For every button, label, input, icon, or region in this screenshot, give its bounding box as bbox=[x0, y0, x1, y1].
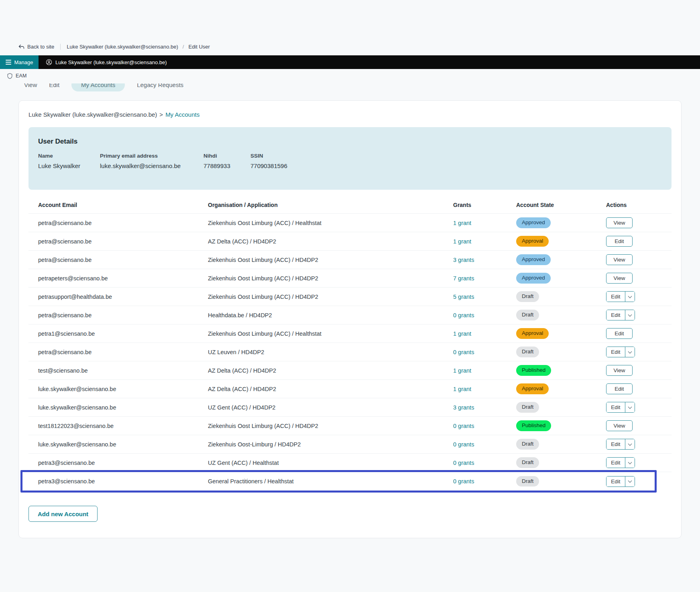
grants-link[interactable]: 0 grants bbox=[453, 478, 474, 485]
dropdown-caret-button[interactable] bbox=[625, 292, 635, 302]
account-state-badge: Published bbox=[516, 365, 551, 375]
table-row: luke.skywalker@sciensano.be Ziekenhuis O… bbox=[28, 435, 672, 454]
grants-link[interactable]: 1 grant bbox=[453, 220, 471, 226]
organisation-application-cell: UZ Gent (ACC) / HD4DP2 bbox=[208, 404, 453, 411]
tab-edit[interactable]: Edit bbox=[49, 83, 59, 88]
actions-cell: View bbox=[606, 217, 672, 228]
grants-link[interactable]: 1 grant bbox=[453, 367, 471, 374]
field-nihdi-value: 77889933 bbox=[203, 162, 250, 169]
grants-link[interactable]: 7 grants bbox=[453, 275, 474, 282]
grants-link[interactable]: 3 grants bbox=[453, 404, 474, 411]
app-name-link[interactable]: EAM bbox=[16, 73, 27, 79]
card-breadcrumb-separator: > bbox=[159, 111, 163, 118]
edit-split-button[interactable]: Edit bbox=[606, 310, 635, 320]
actions-cell: Edit bbox=[606, 347, 672, 357]
edit-button[interactable]: Edit bbox=[606, 236, 633, 247]
actions-cell: Edit bbox=[606, 291, 672, 302]
edit-split-button[interactable]: Edit bbox=[606, 439, 635, 450]
edit-button[interactable]: Edit bbox=[606, 476, 625, 487]
view-button[interactable]: View bbox=[606, 254, 633, 265]
tab-my-accounts[interactable]: My Accounts bbox=[71, 83, 125, 91]
chevron-down-icon bbox=[628, 460, 632, 464]
edit-button[interactable]: Edit bbox=[606, 292, 625, 302]
view-button[interactable]: View bbox=[606, 217, 633, 228]
table-row: test@sciensano.be AZ Delta (ACC) / HD4DP… bbox=[28, 361, 672, 380]
account-email-cell: luke.skywalker@sciensano.be bbox=[28, 404, 208, 411]
grants-link[interactable]: 0 grants bbox=[453, 460, 474, 466]
account-email-cell: petrapeters@sciensano.be bbox=[28, 275, 208, 282]
edit-button[interactable]: Edit bbox=[606, 310, 625, 320]
edit-button[interactable]: Edit bbox=[606, 383, 633, 394]
add-new-account-button[interactable]: Add new Account bbox=[28, 506, 98, 522]
header-account-state: Account State bbox=[516, 202, 606, 208]
chevron-down-icon bbox=[628, 349, 632, 353]
account-state-cell: Draft bbox=[516, 402, 606, 412]
edit-button[interactable]: Edit bbox=[606, 347, 625, 357]
edit-button[interactable]: Edit bbox=[606, 439, 625, 449]
grants-link[interactable]: 0 grants bbox=[453, 312, 474, 318]
edit-split-button[interactable]: Edit bbox=[606, 457, 635, 468]
tab-view[interactable]: View bbox=[24, 83, 37, 88]
edit-split-button[interactable]: Edit bbox=[606, 291, 635, 302]
view-button[interactable]: View bbox=[606, 420, 633, 431]
view-button[interactable]: View bbox=[606, 273, 633, 284]
account-state-cell: Approval bbox=[516, 236, 606, 246]
dropdown-caret-button[interactable] bbox=[625, 476, 635, 487]
back-to-site-link[interactable]: Back to site bbox=[18, 44, 54, 50]
account-state-badge: Published bbox=[516, 420, 551, 431]
actions-cell: Edit bbox=[606, 383, 672, 394]
account-email-cell: petra@sciensano.be bbox=[28, 349, 208, 355]
edit-button[interactable]: Edit bbox=[606, 402, 625, 412]
actions-cell: Edit bbox=[606, 439, 672, 450]
admin-user-menu[interactable]: Luke Skywalker (luke.skywalker@sciensano… bbox=[46, 55, 167, 69]
grants-link[interactable]: 1 grant bbox=[453, 330, 471, 337]
accounts-table: Account Email Organisation / Application… bbox=[28, 196, 672, 493]
header-account-email: Account Email bbox=[28, 202, 208, 208]
table-row: petrasupport@healthdata.be Ziekenhuis Oo… bbox=[28, 288, 672, 306]
return-arrow-icon bbox=[18, 44, 24, 49]
grants-link[interactable]: 0 grants bbox=[453, 441, 474, 448]
breadcrumb-user-link[interactable]: Luke Skywalker (luke.skywalker@sciensano… bbox=[67, 44, 178, 50]
account-state-cell: Approval bbox=[516, 328, 606, 339]
dropdown-caret-button[interactable] bbox=[625, 458, 635, 468]
dropdown-caret-button[interactable] bbox=[625, 310, 635, 320]
field-name-value: Luke Skywalker bbox=[38, 162, 100, 169]
dropdown-caret-button[interactable] bbox=[625, 439, 635, 449]
actions-cell: View bbox=[606, 420, 672, 431]
accounts-table-body: petra@sciensano.be Ziekenhuis Oost Limbu… bbox=[28, 214, 672, 493]
tab-legacy-requests[interactable]: Legacy Requests bbox=[137, 83, 183, 88]
dropdown-caret-button[interactable] bbox=[625, 402, 635, 412]
organisation-application-cell: Ziekenhuis Oost Limburg (ACC) / HD4DP2 bbox=[208, 294, 453, 300]
grants-link[interactable]: 1 grant bbox=[453, 238, 471, 245]
account-email-cell: test18122023@sciensano.be bbox=[28, 423, 208, 429]
account-state-badge: Draft bbox=[516, 402, 539, 412]
grants-link[interactable]: 0 grants bbox=[453, 349, 474, 355]
dropdown-caret-button[interactable] bbox=[625, 347, 635, 357]
table-row: test18122023@sciensano.be Ziekenhuis Oos… bbox=[28, 417, 672, 435]
manage-menu-button[interactable]: Manage bbox=[0, 55, 39, 69]
chevron-down-icon bbox=[628, 294, 632, 298]
table-row: luke.skywalker@sciensano.be UZ Gent (ACC… bbox=[28, 398, 672, 417]
edit-button[interactable]: Edit bbox=[606, 458, 625, 468]
grants-cell: 1 grant bbox=[453, 330, 516, 337]
user-circle-icon bbox=[46, 59, 52, 65]
grants-link[interactable]: 5 grants bbox=[453, 294, 474, 300]
account-state-badge: Draft bbox=[516, 457, 539, 468]
grants-link[interactable]: 3 grants bbox=[453, 257, 474, 263]
top-breadcrumb-bar: Back to site Luke Skywalker (luke.skywal… bbox=[0, 0, 700, 55]
grants-cell: 1 grant bbox=[453, 386, 516, 392]
breadcrumb-separator: / bbox=[183, 44, 184, 50]
organisation-application-cell: Ziekenhuis Oost Limburg (ACC) / HD4DP2 bbox=[208, 275, 453, 282]
card-breadcrumb-my-accounts-link[interactable]: My Accounts bbox=[165, 111, 199, 118]
header-actions: Actions bbox=[606, 202, 672, 208]
edit-button[interactable]: Edit bbox=[606, 328, 633, 339]
table-row: petra3@sciensano.be UZ Gent (ACC) / Heal… bbox=[28, 454, 672, 472]
account-email-cell: petra@sciensano.be bbox=[28, 238, 208, 245]
edit-split-button[interactable]: Edit bbox=[606, 347, 635, 357]
grants-link[interactable]: 0 grants bbox=[453, 423, 474, 429]
edit-split-button[interactable]: Edit bbox=[606, 402, 635, 413]
view-button[interactable]: View bbox=[606, 365, 633, 376]
edit-split-button[interactable]: Edit bbox=[606, 476, 635, 487]
account-state-badge: Approval bbox=[516, 383, 549, 394]
grants-link[interactable]: 1 grant bbox=[453, 386, 471, 392]
